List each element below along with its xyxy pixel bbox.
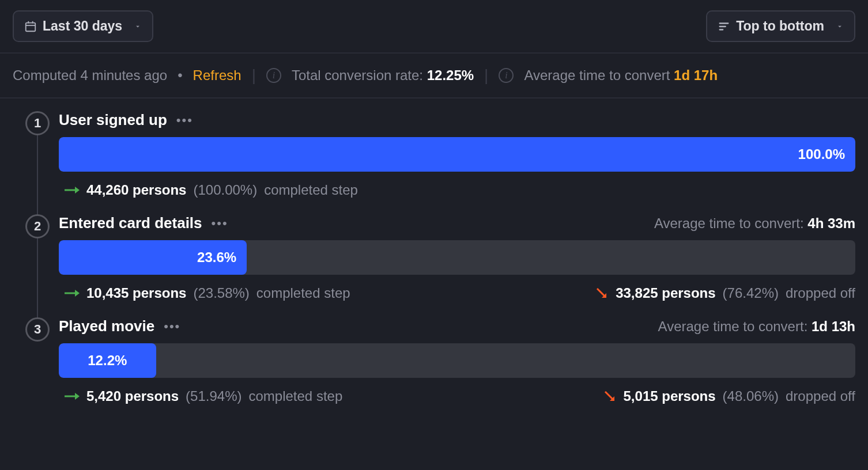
step-title: Entered card details (59, 214, 202, 232)
completed-persons: 44,260 persons (86, 182, 186, 198)
step-avg-time: Average time to convert: 1d 13h (658, 319, 855, 335)
divider: | (484, 66, 488, 85)
summary-bar: Computed 4 minutes ago • Refresh | i Tot… (0, 54, 868, 98)
conversion-bar[interactable]: 100.0% (59, 137, 855, 172)
avg-time-value: 4h 33m (807, 215, 855, 231)
avg-time-label: Average time to convert: (654, 215, 804, 231)
conversion-bar-fill: 23.6% (59, 240, 247, 275)
funnel-step: 1 User signed up ••• 100.0% 44,260 perso… (13, 111, 855, 202)
funnel-step: 2 Entered card details ••• Average time … (13, 214, 855, 305)
svg-rect-0 (26, 22, 36, 31)
completed-pct: (51.94%) (186, 388, 241, 404)
conversion-bar-fill: 12.2% (59, 343, 156, 378)
more-icon[interactable]: ••• (176, 113, 193, 128)
completed-stat[interactable]: 10,435 persons (23.58%) completed step (63, 285, 350, 301)
divider: | (252, 66, 256, 85)
date-range-label: Last 30 days (43, 18, 122, 34)
chevron-down-icon (134, 18, 142, 34)
conversion-bar-fill: 100.0% (59, 137, 855, 172)
computed-text: Computed 4 minutes ago (13, 67, 167, 84)
more-icon[interactable]: ••• (164, 319, 180, 334)
topbar: Last 30 days Top to bottom (0, 0, 868, 54)
dropped-stat[interactable]: 5,015 persons (48.06%) dropped off (603, 388, 855, 404)
chevron-down-icon (836, 18, 844, 34)
step-marker: 1 (25, 111, 50, 135)
step-marker: 2 (25, 214, 50, 238)
layout-label: Top to bottom (736, 18, 824, 34)
arrow-down-right-icon (595, 286, 609, 300)
avg-time-value: 1d 13h (812, 319, 855, 334)
dropped-suffix: dropped off (786, 388, 855, 404)
avg-time-label: Average time to convert: (658, 319, 808, 334)
layout-button[interactable]: Top to bottom (706, 10, 855, 42)
dropped-suffix: dropped off (786, 285, 855, 301)
step-title: Played movie (59, 317, 154, 335)
completed-suffix: completed step (248, 388, 342, 404)
svg-line-11 (597, 289, 605, 296)
svg-marker-14 (75, 393, 80, 400)
info-icon[interactable]: i (499, 68, 514, 83)
dropped-pct: (76.42%) (723, 285, 779, 301)
more-icon[interactable]: ••• (212, 216, 228, 231)
arrow-right-icon (63, 391, 80, 402)
date-range-button[interactable]: Last 30 days (13, 10, 153, 42)
dropped-persons: 33,825 persons (616, 285, 715, 301)
svg-marker-8 (75, 187, 80, 194)
step-connector (37, 135, 38, 225)
arrow-right-icon (63, 287, 80, 299)
step-avg-time: Average time to convert: 4h 33m (654, 215, 855, 232)
completed-pct: (23.58%) (193, 285, 249, 301)
completed-suffix: completed step (256, 285, 350, 301)
completed-pct: (100.00%) (193, 182, 257, 198)
completed-persons: 5,420 persons (86, 388, 179, 404)
completed-stat[interactable]: 44,260 persons (100.00%) completed step (63, 182, 358, 198)
dropped-stat[interactable]: 33,825 persons (76.42%) dropped off (595, 285, 855, 301)
bar-label: 100.0% (798, 146, 845, 162)
step-title: User signed up (59, 111, 167, 129)
funnel-steps: 1 User signed up ••• 100.0% 44,260 perso… (0, 98, 868, 408)
sort-icon (718, 20, 730, 33)
dropped-persons: 5,015 persons (624, 388, 716, 404)
conversion-bar[interactable]: 12.2% (59, 343, 855, 378)
refresh-link[interactable]: Refresh (193, 67, 241, 84)
dot-separator: • (178, 67, 182, 84)
step-marker: 3 (25, 317, 50, 342)
avg-time-label: Average time to convert (524, 67, 670, 83)
arrow-right-icon (63, 184, 80, 196)
funnel-step: 3 Played movie ••• Average time to conve… (13, 317, 855, 408)
svg-line-15 (605, 392, 613, 399)
conversion-bar[interactable]: 23.6% (59, 240, 855, 275)
completed-stat[interactable]: 5,420 persons (51.94%) completed step (63, 388, 342, 404)
avg-time-value: 1d 17h (674, 67, 718, 83)
calendar-icon (24, 20, 37, 33)
total-conversion-value: 12.25% (427, 67, 474, 83)
info-icon[interactable]: i (266, 68, 281, 83)
completed-suffix: completed step (264, 182, 358, 198)
svg-marker-10 (75, 290, 80, 297)
total-conversion-label: Total conversion rate: (292, 67, 423, 83)
dropped-pct: (48.06%) (723, 388, 779, 404)
completed-persons: 10,435 persons (86, 285, 186, 301)
bar-label: 23.6% (197, 249, 236, 266)
step-connector (37, 238, 38, 328)
bar-label: 12.2% (88, 352, 127, 369)
arrow-down-right-icon (603, 389, 617, 403)
